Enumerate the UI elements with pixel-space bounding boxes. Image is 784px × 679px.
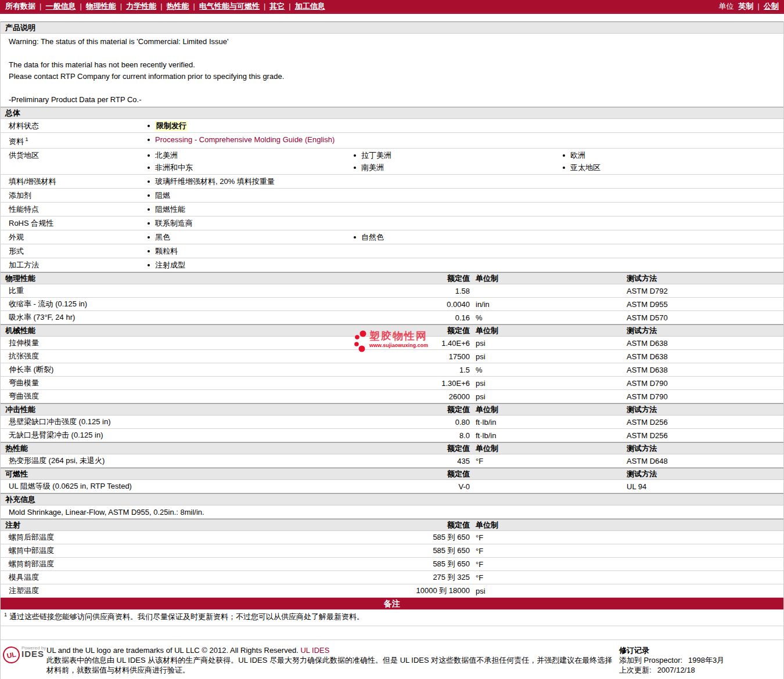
- property-label: 供货地区: [1, 149, 147, 174]
- test-method: UL 94: [627, 482, 783, 491]
- property-name: 螺筒前部温度: [1, 559, 383, 569]
- nav-tab-thermal[interactable]: 热性能: [167, 1, 189, 12]
- property-name: 比重: [1, 286, 383, 296]
- bullet-item: 亚太地区: [562, 161, 783, 174]
- bullet-item: 阻燃: [147, 189, 353, 201]
- note-superscript: 1: [4, 612, 7, 617]
- bullet-text: 非洲和中东: [155, 162, 193, 173]
- bullet-column: 欧洲亚太地区: [562, 149, 783, 174]
- property-name: 无缺口悬臂梁冲击 (0.125 in): [1, 430, 383, 440]
- section-title: 可燃性: [1, 468, 383, 479]
- bullet-text: 注射成型: [155, 260, 185, 270]
- unit-metric-link[interactable]: 公制: [764, 1, 779, 12]
- column-header-method: 测试方法: [627, 325, 783, 336]
- datasheet: 产品说明 Warning: The status of this materia…: [0, 21, 784, 679]
- bullet-icon: [354, 236, 356, 239]
- document-link[interactable]: Processing - Comprehensive Molding Guide…: [155, 135, 335, 144]
- property-row: 螺筒前部温度585 到 650°F: [1, 558, 783, 571]
- bullet-text: 拉丁美洲: [361, 150, 391, 161]
- nav-separator: |: [193, 2, 195, 10]
- nav-separator: |: [80, 2, 81, 10]
- bullet-item: 黑色: [147, 231, 353, 243]
- test-method: ASTM D790: [627, 392, 783, 401]
- test-method: ASTM D955: [627, 300, 783, 309]
- nav-tab-mechanical[interactable]: 力学性能: [126, 1, 156, 12]
- bullet-item: 欧洲: [562, 149, 783, 161]
- revision-updated: 上次更新:2007/12/18: [619, 665, 780, 675]
- added-label: 添加到 Prospector:: [619, 656, 682, 664]
- section-header: 机械性能额定值单位制测试方法: [1, 324, 783, 337]
- column-header-method: 测试方法: [627, 443, 783, 454]
- property-value: 1.30E+6: [383, 379, 470, 388]
- bullet-text: 阻燃: [155, 190, 170, 201]
- nav-tab-processing[interactable]: 加工信息: [295, 1, 325, 12]
- nav-tab-all-data[interactable]: 所有数据: [5, 1, 35, 12]
- bullet-item: 北美洲: [147, 149, 353, 161]
- column-header-unit: 单位制: [470, 273, 627, 284]
- property-name: 螺筒后部温度: [1, 532, 383, 543]
- unit-switcher: 单位 英制 | 公制: [719, 1, 779, 12]
- description-line: [9, 82, 783, 94]
- bullet-icon: [148, 222, 150, 225]
- bullet-columns: 阻燃: [147, 189, 783, 201]
- bullet-columns: Processing - Comprehensive Molding Guide…: [147, 133, 783, 147]
- bullet-item: 南美洲: [353, 161, 562, 174]
- description-line: The data for this material has not been …: [9, 59, 783, 71]
- bullet-column: 黑色: [147, 231, 353, 243]
- nav-tab-other[interactable]: 其它: [269, 1, 285, 12]
- ul-ides-link[interactable]: UL IDES: [300, 646, 329, 655]
- product-description-text: Warning: The status of this material is …: [1, 34, 783, 107]
- test-method: ASTM D638: [627, 366, 783, 374]
- description-line: [9, 48, 783, 59]
- column-header-value: 额定值: [383, 404, 470, 415]
- property-unit: %: [470, 313, 627, 322]
- property-label: RoHS 合规性: [1, 217, 147, 229]
- property-name: 螺筒中部温度: [1, 546, 383, 556]
- general-row: 供货地区北美洲非洲和中东拉丁美洲南美洲欧洲亚太地区: [1, 149, 783, 175]
- property-name: 热变形温度 (264 psi, 未退火): [1, 456, 383, 466]
- property-unit: %: [470, 366, 627, 374]
- property-value: 585 到 650: [383, 546, 470, 556]
- property-name: 模具温度: [1, 572, 383, 583]
- bullet-text: 欧洲: [570, 150, 585, 161]
- bullet-icon: [148, 194, 150, 197]
- units-label: 单位: [719, 1, 734, 12]
- column-header-value: 额定值: [383, 325, 470, 336]
- property-unit: in/in: [470, 300, 627, 309]
- bullet-icon: [354, 154, 356, 157]
- section-header: 注射额定值单位制: [1, 519, 783, 531]
- note-text: 通过这些链接您能够访问供应商资料。我们尽量保证及时更新资料；不过您可以从供应商处…: [9, 613, 364, 622]
- section-header: 补充信息: [1, 493, 783, 505]
- property-unit: ft·lb/in: [470, 418, 627, 427]
- property-unit: °F: [470, 573, 627, 582]
- bullet-text: 联系制造商: [155, 218, 193, 229]
- section-header: 物理性能额定值单位制测试方法: [1, 272, 783, 284]
- bullet-item: 颗粒料: [147, 245, 353, 257]
- section-title: 总体: [1, 109, 20, 117]
- property-value: 1.40E+6: [383, 339, 470, 348]
- bullet-column: 阻燃性能: [147, 203, 353, 215]
- nav-tab-physical[interactable]: 物理性能: [86, 1, 116, 12]
- ides-label: IDES: [21, 651, 46, 657]
- nav-separator: |: [289, 2, 290, 10]
- section-header-general: 总体: [1, 107, 783, 119]
- property-value: 0.0040: [383, 300, 470, 309]
- test-method: ASTM D256: [627, 418, 783, 427]
- property-label: 材料状态: [1, 120, 147, 132]
- property-value: 0.80: [383, 418, 470, 427]
- section-header: 冲击性能额定值单位制测试方法: [1, 403, 783, 416]
- nav-tab-electrical-flammability[interactable]: 电气性能与可燃性: [199, 1, 260, 12]
- property-unit: °F: [470, 533, 627, 542]
- property-name: 吸水率 (73°F, 24 hr): [1, 312, 383, 323]
- property-name: 悬壁梁缺口冲击强度 (0.125 in): [1, 417, 383, 427]
- bullet-item: 自然色: [353, 231, 562, 243]
- property-value: 435: [383, 457, 470, 465]
- property-unit: psi: [470, 392, 627, 401]
- nav-tab-general-info[interactable]: 一般信息: [45, 1, 75, 12]
- revision-title: 修订记录: [619, 645, 780, 655]
- property-row: UL 阻燃等级 (0.0625 in, RTP Tested)V-0UL 94: [1, 480, 783, 493]
- property-unit: psi: [470, 352, 627, 361]
- bullet-item: 联系制造商: [147, 217, 353, 229]
- bullet-columns: 阻燃性能: [147, 203, 783, 215]
- property-sections: 物理性能额定值单位制测试方法比重1.58ASTM D792收缩率 - 流动 (0…: [1, 272, 783, 598]
